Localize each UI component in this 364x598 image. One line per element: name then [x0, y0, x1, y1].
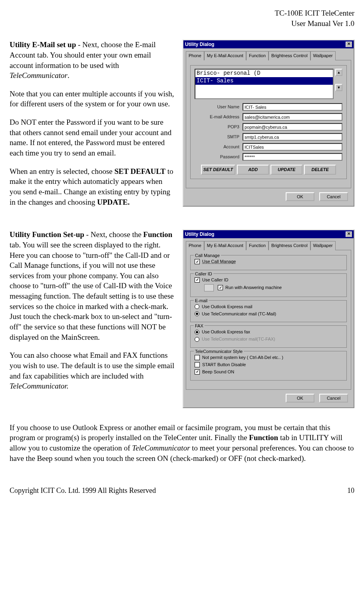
tab-email-account[interactable]: My E-Mail Account: [204, 241, 246, 250]
tab-email-account[interactable]: My E-Mail Account: [204, 51, 246, 60]
label-use-caller-id: Use Caller ID: [202, 277, 228, 283]
delete-button[interactable]: DELETE: [304, 165, 336, 175]
s1-p1-ital: TeleCommunicator: [10, 71, 68, 80]
cancel-button[interactable]: Cancel: [319, 394, 348, 403]
s2-p1-b: - Next, choose the: [84, 230, 143, 239]
header-line2: User Manual Ver 1.0: [10, 18, 354, 29]
tabstrip: Phone My E-Mail Account Function Brightn…: [186, 51, 351, 60]
s1-p2: Note that you can enter multiple account…: [10, 89, 175, 109]
tabstrip: Phone My E-Mail Account Function Brightn…: [186, 241, 351, 250]
utility-dialog-function: Utility Dialog ✕ Phone My E-Mail Account…: [183, 229, 354, 408]
checkbox-syskey[interactable]: [195, 355, 200, 360]
label-beep: Beep Sound ON: [202, 369, 234, 375]
s2-p3-d: TeleCommunicator: [132, 444, 190, 452]
checkbox-use-call-manage[interactable]: [195, 259, 200, 264]
dialog-title: Utility Dialog: [185, 41, 346, 48]
radio-tc-fax: [195, 337, 199, 342]
set-default-button[interactable]: SET DEFAULT: [201, 165, 235, 175]
s2-p1-a: Utility Function Set-up: [10, 230, 84, 239]
titlebar[interactable]: Utility Dialog ✕: [183, 230, 354, 238]
ok-button[interactable]: OK: [286, 394, 314, 403]
input-smtp[interactable]: [243, 133, 342, 141]
checkbox-use-caller-id[interactable]: [195, 277, 200, 283]
tab-function[interactable]: Function: [246, 241, 269, 250]
utility-dialog-email: Utility Dialog ✕ Phone My E-Mail Account…: [183, 40, 354, 207]
group-fax-legend: FAX: [194, 323, 205, 329]
section2-p3: If you choose to use Outlook Express or …: [10, 423, 354, 464]
s2-p2-b: TeleCommunicator.: [10, 382, 69, 390]
section1-text: Utility E-Mail set up - Next, choose the…: [10, 40, 175, 215]
checkbox-start-btn[interactable]: [195, 362, 200, 367]
dialog-title: Utility Dialog: [185, 231, 346, 237]
label-outlook-mail: Use Outlook Express mail: [202, 304, 253, 310]
footer-copyright: Copyright ICIT Co. Ltd. 1999 All Rights …: [10, 486, 156, 495]
account-listbox[interactable]: Brisco- personal (D ICIT- Sales: [195, 69, 334, 99]
input-account[interactable]: [243, 143, 342, 151]
group-call-manage-legend: Call Manage: [194, 253, 221, 259]
header-line1: TC-100E ICIT TeleCenter: [10, 8, 354, 18]
s2-p1-c: Function: [143, 230, 173, 239]
s1-p1-strong: Utility E-Mail set up: [10, 40, 76, 49]
checkbox-beep[interactable]: [195, 369, 200, 375]
page-footer: Copyright ICIT Co. Ltd. 1999 All Rights …: [10, 486, 354, 495]
s2-p1-d: tab. You will see the screen displayed t…: [10, 241, 174, 341]
tab-brightness[interactable]: Brightness Control: [269, 241, 310, 250]
scroll-down-icon[interactable]: ▼: [335, 84, 342, 91]
group-caller-id-legend: Caller ID: [194, 271, 213, 277]
label-email: E-mail Address: [195, 114, 243, 120]
tab-wallpaper[interactable]: Wallpaper: [310, 51, 336, 60]
label-smtp: SMTP: [195, 134, 243, 140]
titlebar[interactable]: Utility Dialog ✕: [183, 40, 354, 48]
input-password[interactable]: [243, 153, 342, 161]
label-user: User Name: [195, 104, 243, 110]
radio-outlook-fax[interactable]: [195, 330, 199, 335]
label-outlook-fax: Use Outlook Express fax: [202, 329, 250, 335]
group-email-legend: E-mail: [194, 298, 209, 304]
radio-tc-mail[interactable]: [195, 311, 199, 316]
list-item[interactable]: ICIT- Sales: [195, 77, 333, 85]
tab-wallpaper[interactable]: Wallpaper: [310, 241, 336, 250]
label-use-call-manage: Use Call Manage: [202, 259, 236, 265]
s1-p4-a: When an entry is selected, choose: [10, 167, 114, 175]
close-icon[interactable]: ✕: [346, 42, 352, 47]
update-button[interactable]: UPDATE: [271, 165, 302, 175]
answering-machine-icon: [204, 284, 214, 291]
label-tc-fax: Use TeleCommunicator mail(TC-FAX): [202, 336, 275, 342]
radio-outlook-mail[interactable]: [195, 304, 199, 309]
label-account: Account: [195, 144, 243, 150]
add-button[interactable]: ADD: [237, 165, 269, 175]
s1-p4-d: UPDATE.: [97, 198, 129, 206]
s1-p1-end: .: [68, 71, 70, 80]
tab-phone[interactable]: Phone: [186, 51, 204, 60]
list-item-empty: [195, 85, 333, 92]
tab-phone[interactable]: Phone: [186, 241, 204, 250]
s1-p4-b: SET DEFAULT: [114, 167, 165, 175]
tab-function[interactable]: Function: [246, 51, 269, 60]
label-start-btn: START Button Disable: [202, 362, 246, 368]
input-pop3[interactable]: [243, 123, 342, 131]
cancel-button[interactable]: Cancel: [319, 192, 348, 201]
s1-p3: Do NOT enter the Password if you want to…: [10, 117, 175, 158]
s2-p3-b: Function: [249, 433, 278, 442]
label-tc-mail: Use TeleCommunicator mail (TC-Mail): [202, 311, 276, 317]
footer-pagenum: 10: [347, 486, 354, 495]
scroll-up-icon[interactable]: ▲: [335, 69, 342, 76]
input-user-name[interactable]: [243, 103, 342, 111]
label-password: Password: [195, 154, 243, 160]
page-header: TC-100E ICIT TeleCenter User Manual Ver …: [10, 8, 354, 28]
ok-button[interactable]: OK: [286, 192, 314, 201]
label-run-answering: Run with Answering machine: [225, 285, 282, 291]
label-pop3: POP3: [195, 124, 243, 130]
checkbox-run-answering[interactable]: [218, 285, 223, 290]
tab-brightness[interactable]: Brightness Control: [269, 51, 310, 60]
input-email[interactable]: [243, 113, 342, 121]
label-syskey: Not permit system key ( Ctrl-Alt-Del etc…: [202, 355, 283, 361]
s2-p2-a: You can also choose what Email and FAX f…: [10, 351, 174, 380]
group-style-legend: TeleCommunicator Style: [194, 349, 244, 355]
list-item[interactable]: Brisco- personal (D: [195, 70, 333, 77]
close-icon[interactable]: ✕: [346, 231, 352, 237]
section2-text: Utility Function Set-up - Next, choose t…: [10, 229, 175, 399]
